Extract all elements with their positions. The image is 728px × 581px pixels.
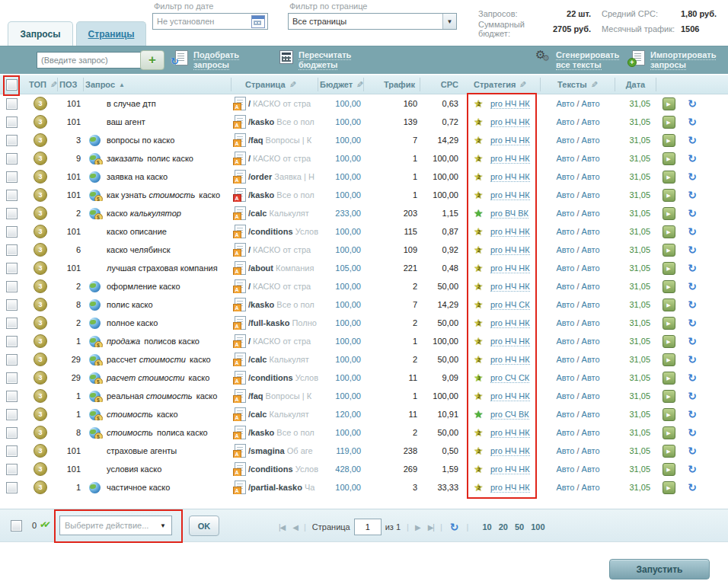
texts-body-link[interactable]: Авто — [582, 263, 600, 273]
budget-link[interactable]: 233,00 — [335, 209, 361, 218]
play-button[interactable]: ▶ — [663, 463, 675, 476]
texts-title-link[interactable]: Авто — [556, 337, 574, 346]
refresh-icon[interactable]: ↻ — [688, 463, 697, 475]
page-path[interactable]: /kasko — [248, 117, 274, 126]
refresh-icon[interactable]: ↻ — [688, 189, 697, 201]
refresh-icon[interactable]: ↻ — [688, 262, 697, 274]
texts-body-link[interactable]: Авто — [582, 209, 600, 218]
refresh-icon[interactable]: ↻ — [450, 521, 459, 533]
last-page-icon[interactable]: ▶| — [428, 523, 434, 532]
row-checkbox[interactable] — [6, 445, 18, 457]
row-checkbox[interactable] — [6, 318, 18, 329]
ok-button[interactable]: OK — [189, 516, 219, 536]
play-button[interactable]: ▶ — [663, 390, 675, 403]
page-path[interactable]: /calc — [248, 355, 267, 364]
page-path[interactable]: /full-kasko — [248, 318, 289, 327]
strategy-link[interactable]: pro НЧ НК — [490, 318, 530, 328]
budget-link[interactable]: 119,00 — [336, 446, 361, 455]
play-button[interactable]: ▶ — [663, 207, 675, 220]
refresh-icon[interactable]: ↻ — [688, 244, 697, 256]
refresh-icon[interactable]: ↻ — [688, 408, 697, 420]
play-button[interactable]: ▶ — [663, 372, 675, 385]
tab-pages[interactable]: Страницы — [76, 21, 146, 46]
strategy-link[interactable]: pro НЧ НК — [490, 263, 530, 273]
pencil-icon[interactable]: ✎ — [50, 80, 57, 90]
budget-link[interactable]: 100,00 — [335, 373, 361, 382]
strategy-link[interactable]: pro НЧ СК — [490, 300, 530, 310]
budget-link[interactable]: 428,00 — [335, 464, 361, 474]
tab-queries[interactable]: Запросы — [8, 21, 73, 46]
pencil-icon[interactable]: ✎ — [289, 80, 296, 90]
refresh-icon[interactable]: ↻ — [688, 116, 697, 128]
row-checkbox[interactable] — [6, 409, 18, 420]
footer-select-all-checkbox[interactable] — [11, 520, 22, 532]
select-all-checkbox[interactable] — [6, 79, 18, 91]
texts-body-link[interactable]: Авто — [582, 136, 600, 145]
texts-body-link[interactable]: Авто — [582, 446, 600, 455]
prev-page-icon[interactable]: ◀ — [292, 523, 298, 532]
play-button[interactable]: ▶ — [663, 171, 675, 184]
play-button[interactable]: ▶ — [663, 335, 675, 348]
page-path[interactable]: /conditions — [248, 373, 293, 382]
refresh-icon[interactable]: ↻ — [688, 152, 697, 164]
texts-body-link[interactable]: Авто — [582, 190, 600, 200]
page-size-20[interactable]: 20 — [499, 522, 508, 532]
row-checkbox[interactable] — [6, 171, 18, 183]
pencil-icon[interactable]: ✎ — [591, 80, 598, 90]
play-button[interactable]: ▶ — [663, 408, 675, 421]
row-checkbox[interactable] — [6, 244, 18, 256]
refresh-icon[interactable]: ↻ — [688, 171, 697, 183]
play-button[interactable]: ▶ — [663, 244, 675, 257]
strategy-link[interactable]: pro НЧ НК — [490, 391, 530, 401]
texts-body-link[interactable]: Авто — [582, 282, 600, 291]
budget-link[interactable]: 105,00 — [335, 263, 361, 273]
page-filter-select[interactable]: Все страницы ▼ — [288, 13, 457, 30]
refresh-icon[interactable]: ↻ — [688, 445, 697, 457]
texts-title-link[interactable]: Авто — [556, 154, 574, 163]
strategy-link[interactable]: pro СЧ СК — [490, 373, 529, 383]
play-button[interactable]: ▶ — [663, 134, 675, 147]
play-button[interactable]: ▶ — [663, 116, 675, 129]
refresh-icon[interactable]: ↻ — [688, 353, 697, 366]
texts-title-link[interactable]: Авто — [556, 391, 574, 401]
strategy-link[interactable]: pro НЧ НК — [490, 428, 530, 438]
play-button[interactable]: ▶ — [663, 280, 675, 293]
add-query-button[interactable]: + — [140, 50, 164, 70]
texts-title-link[interactable]: Авто — [556, 300, 574, 309]
row-checkbox[interactable] — [6, 372, 18, 384]
texts-title-link[interactable]: Авто — [556, 355, 574, 364]
row-checkbox[interactable] — [6, 153, 18, 164]
strategy-link[interactable]: pro СЧ ВК — [490, 410, 529, 420]
budget-link[interactable]: 100,00 — [335, 245, 361, 254]
budget-link[interactable]: 100,00 — [335, 355, 361, 364]
strategy-link[interactable]: pro ВЧ ВК — [490, 209, 528, 219]
texts-title-link[interactable]: Авто — [556, 117, 574, 126]
texts-body-link[interactable]: Авто — [582, 245, 600, 254]
strategy-link[interactable]: pro НЧ НК — [490, 117, 530, 127]
texts-body-link[interactable]: Авто — [582, 337, 600, 346]
row-checkbox[interactable] — [6, 98, 18, 110]
budget-link[interactable]: 100,00 — [335, 154, 361, 163]
budget-link[interactable]: 100,00 — [335, 428, 361, 437]
texts-body-link[interactable]: Авто — [582, 355, 600, 364]
texts-title-link[interactable]: Авто — [556, 136, 574, 145]
budget-link[interactable]: 100,00 — [335, 136, 361, 145]
budget-link[interactable]: 100,00 — [335, 227, 361, 236]
texts-body-link[interactable]: Авто — [582, 154, 600, 163]
budget-link[interactable]: 100,00 — [335, 99, 361, 108]
row-checkbox[interactable] — [6, 354, 18, 366]
budget-link[interactable]: 100,00 — [335, 337, 361, 346]
texts-body-link[interactable]: Авто — [582, 300, 600, 309]
budget-link[interactable]: 100,00 — [335, 483, 361, 492]
play-button[interactable]: ▶ — [663, 481, 675, 494]
strategy-link[interactable]: pro НЧ НК — [490, 446, 530, 456]
action-select[interactable]: Выберите действие... ▼ — [59, 516, 172, 535]
row-checkbox[interactable] — [6, 190, 18, 201]
texts-title-link[interactable]: Авто — [556, 263, 574, 273]
pencil-icon[interactable]: ✎ — [356, 80, 363, 90]
row-checkbox[interactable] — [6, 464, 18, 475]
texts-title-link[interactable]: Авто — [556, 209, 574, 218]
double-check-icon[interactable]: ✔✔ — [40, 519, 47, 530]
play-button[interactable]: ▶ — [663, 97, 675, 110]
texts-title-link[interactable]: Авто — [556, 282, 574, 291]
